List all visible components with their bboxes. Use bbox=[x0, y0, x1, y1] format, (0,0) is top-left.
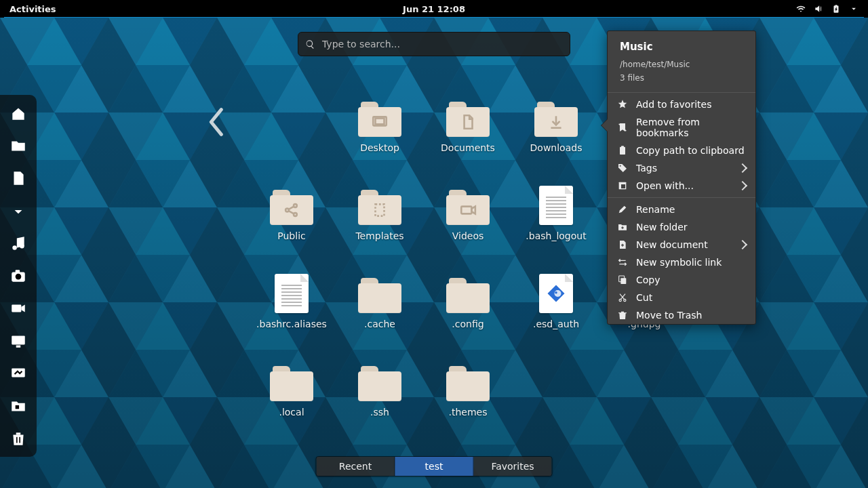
share-icon bbox=[283, 201, 300, 219]
dash-camera[interactable] bbox=[3, 263, 34, 289]
copy-icon bbox=[617, 274, 628, 285]
newfolder-icon bbox=[617, 222, 628, 232]
menu-unbookmark[interactable]: Remove from bookmarks bbox=[608, 113, 755, 142]
item-label: .bashrc.aliases bbox=[256, 319, 327, 329]
file-item[interactable]: .esd_auth bbox=[512, 271, 600, 359]
item-label: Public bbox=[277, 230, 305, 241]
none-icon bbox=[459, 289, 477, 307]
menu-open[interactable]: Open with... bbox=[608, 177, 755, 195]
none-icon bbox=[371, 289, 389, 307]
menu-symlink[interactable]: New symbolic link bbox=[608, 253, 755, 271]
folder-item[interactable]: Downloads bbox=[512, 95, 600, 183]
item-label: .esd_auth bbox=[533, 319, 579, 329]
view-favorites[interactable]: Favorites bbox=[474, 457, 552, 476]
none-icon bbox=[459, 378, 477, 395]
dash-trash[interactable] bbox=[3, 426, 34, 451]
menu-item-label: Copy bbox=[636, 274, 660, 285]
menu-pencil[interactable]: Rename bbox=[608, 201, 755, 218]
menu-cut[interactable]: Cut bbox=[608, 289, 755, 306]
menu-copy[interactable]: Copy bbox=[608, 271, 755, 289]
dash-monitor[interactable] bbox=[3, 328, 34, 354]
folder-item[interactable]: Videos bbox=[424, 183, 512, 271]
search-icon bbox=[305, 39, 315, 49]
search-bar[interactable]: Type to search... bbox=[298, 32, 570, 56]
menu-count: 3 files bbox=[620, 73, 743, 83]
menu-tag[interactable]: Tags bbox=[608, 159, 755, 177]
view-recent[interactable]: Recent bbox=[317, 457, 395, 476]
dash-music[interactable] bbox=[3, 230, 34, 256]
menu-path: /home/test/Music bbox=[620, 60, 743, 69]
dash-remote[interactable] bbox=[3, 361, 34, 386]
status-area[interactable] bbox=[796, 4, 868, 14]
dash-document[interactable] bbox=[3, 165, 34, 191]
symlink-icon bbox=[617, 257, 628, 268]
view-current[interactable]: test bbox=[395, 457, 474, 476]
menu-item-label: Remove from bookmarks bbox=[636, 117, 746, 138]
item-label: Videos bbox=[452, 230, 484, 241]
file-item[interactable]: .bashrc.aliases bbox=[248, 271, 336, 359]
folder-item[interactable]: .local bbox=[248, 359, 336, 447]
menu-star[interactable]: Add to favorites bbox=[608, 96, 755, 113]
item-label: .bash_logout bbox=[526, 230, 586, 241]
folder-item[interactable]: Documents bbox=[424, 95, 512, 183]
folder-item[interactable]: Templates bbox=[336, 183, 424, 271]
item-label: Downloads bbox=[530, 142, 583, 153]
tag-icon bbox=[617, 163, 628, 174]
item-label: Templates bbox=[355, 230, 403, 241]
menu-item-label: New folder bbox=[636, 222, 688, 232]
clock[interactable]: Jun 21 12:08 bbox=[403, 4, 465, 14]
menu-item-label: Rename bbox=[636, 204, 675, 215]
menu-item-label: New symbolic link bbox=[636, 257, 722, 268]
video-icon bbox=[459, 201, 477, 219]
pencil-icon bbox=[617, 204, 628, 215]
dash-templates[interactable] bbox=[3, 393, 34, 419]
esd-icon bbox=[546, 283, 566, 304]
volume-icon bbox=[814, 4, 823, 14]
menu-title: Music bbox=[620, 41, 743, 53]
menu-item-label: Add to favorites bbox=[636, 99, 711, 110]
none-icon bbox=[283, 378, 300, 395]
dash-files[interactable] bbox=[3, 133, 34, 159]
text-file-icon bbox=[281, 285, 302, 306]
dash bbox=[0, 95, 37, 457]
search-placeholder: Type to search... bbox=[322, 39, 400, 49]
folder-item[interactable]: Public bbox=[248, 183, 336, 271]
submenu-chevron-icon bbox=[738, 163, 747, 173]
menu-newfolder[interactable]: New folder bbox=[608, 218, 755, 236]
menu-item-label: New document bbox=[636, 239, 708, 250]
menu-item-label: Move to Trash bbox=[636, 310, 703, 321]
context-menu: Music /home/test/Music 3 files Add to fa… bbox=[607, 30, 756, 325]
folder-item[interactable]: .cache bbox=[336, 271, 424, 359]
dash-home[interactable] bbox=[3, 100, 34, 126]
item-label: .local bbox=[279, 407, 304, 418]
menu-trash[interactable]: Move to Trash bbox=[608, 306, 755, 324]
file-item[interactable]: .bash_logout bbox=[512, 183, 600, 271]
folder-item[interactable]: .themes bbox=[424, 359, 512, 447]
item-label: Documents bbox=[441, 142, 495, 153]
template-icon bbox=[371, 201, 389, 219]
item-label: .config bbox=[452, 319, 484, 329]
svg-point-13 bbox=[555, 291, 557, 294]
open-icon bbox=[617, 180, 628, 191]
download-icon bbox=[547, 113, 565, 131]
clipboard-icon bbox=[617, 145, 628, 156]
folder-item[interactable]: .ssh bbox=[336, 359, 424, 447]
menu-newdoc[interactable]: New document bbox=[608, 236, 755, 253]
menu-clipboard[interactable]: Copy path to clipboard bbox=[608, 142, 755, 159]
folder-item[interactable]: Desktop bbox=[336, 95, 424, 183]
view-switcher: Recent test Favorites bbox=[316, 456, 553, 476]
menu-item-label: Tags bbox=[636, 163, 657, 174]
submenu-chevron-icon bbox=[738, 240, 747, 249]
activities-button[interactable]: Activities bbox=[0, 4, 66, 14]
item-label: Desktop bbox=[360, 142, 399, 153]
text-file-icon bbox=[546, 197, 566, 218]
unbookmark-icon bbox=[617, 122, 628, 133]
folder-item[interactable]: .config bbox=[424, 271, 512, 359]
desktop-icon bbox=[371, 113, 389, 131]
menu-item-label: Cut bbox=[636, 292, 652, 303]
menu-item-label: Copy path to clipboard bbox=[636, 145, 745, 156]
top-bar: Activities Jun 21 12:08 bbox=[0, 0, 868, 18]
dash-video[interactable] bbox=[3, 296, 34, 321]
item-label: .ssh bbox=[370, 407, 389, 418]
dash-download[interactable] bbox=[3, 198, 34, 224]
